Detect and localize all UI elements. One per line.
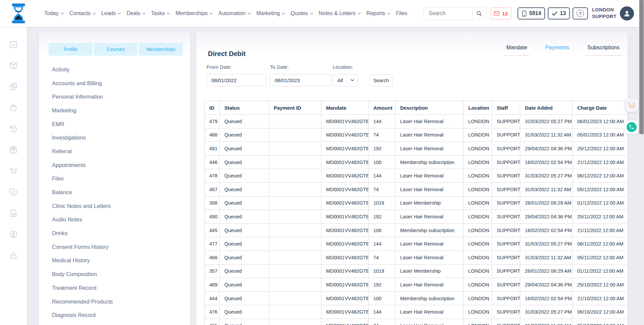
mail-badge[interactable]: 13 (490, 7, 512, 19)
lock-icon[interactable] (9, 251, 18, 260)
table-row[interactable]: 479QueuedMD0001VV482GTE144Laser Hair Rem… (205, 115, 628, 128)
location-select[interactable]: All (333, 74, 358, 86)
nav-files[interactable]: Files (396, 10, 407, 16)
scrollbar-thumb[interactable] (639, 0, 644, 134)
nav-marketing[interactable]: Marketing (256, 10, 285, 16)
bag-icon[interactable] (9, 103, 18, 112)
cell-staff: SUPPORT (492, 223, 520, 237)
nav-deals[interactable]: Deals (126, 10, 146, 16)
search-icon[interactable] (472, 7, 486, 20)
table-row[interactable]: 491QueuedMD0001VV482GTE192Laser Hair Rem… (205, 142, 628, 156)
table-row[interactable]: 358QueuedMD0001VV482GTE1019Laser Members… (205, 196, 628, 210)
panel-item-body-composition[interactable]: Body Composition (39, 267, 190, 281)
cell-date-added: 26/01/2022 08:29 AM (520, 264, 573, 278)
app-logo-icon[interactable] (10, 3, 27, 24)
table-row[interactable]: 466QueuedMD0001VV482GTE74Laser Hair Remo… (205, 251, 628, 264)
panel-item-medical-history[interactable]: Medical History (39, 254, 190, 268)
panel-item-diagnosis-record[interactable]: Diagnosis Record (39, 308, 190, 322)
table-row[interactable]: 476QueuedMD0001VV482GTE144Laser Hair Rem… (205, 305, 628, 319)
cell-date-added: 16/02/2022 02:54 PM (520, 155, 573, 169)
panel-item-direct-debit[interactable]: Direct Debit (39, 322, 190, 325)
nav-quotes[interactable]: Quotes (290, 10, 313, 16)
avatar[interactable] (620, 6, 634, 20)
panel-item-marketing[interactable]: Marketing (39, 104, 190, 117)
panel-item-activity[interactable]: Activity (39, 63, 190, 76)
to-date-input[interactable] (270, 74, 331, 86)
price-tag-icon[interactable]: $ (9, 188, 18, 197)
panel-item-files[interactable]: Files (39, 172, 190, 186)
cell-staff: SUPPORT (492, 278, 520, 292)
panel-item-personal-information[interactable]: Personal Information (39, 90, 190, 104)
table-row[interactable]: 445QueuedMD0001VV482GTE100Membership sub… (205, 223, 628, 237)
nav-memberships[interactable]: Memberships (175, 10, 213, 16)
panel-item-investigations[interactable]: Investigations (39, 131, 190, 145)
from-date-input[interactable] (207, 74, 267, 86)
cell-date-added: 29/04/2022 04:36 PM (520, 210, 573, 224)
sms-credits-badge[interactable]: 5914 (518, 7, 545, 19)
cell-date-added: 31/03/2022 05:27 PM (520, 169, 573, 183)
calendar-icon[interactable]: 12 (9, 40, 18, 49)
nav-today[interactable]: Today (44, 10, 64, 16)
cart-button[interactable] (625, 98, 638, 112)
chevron-down-icon (210, 12, 213, 15)
table-row[interactable]: 446QueuedMD0001VV482GTE100Membership sub… (205, 155, 628, 169)
panel-item-drinks[interactable]: Drinks (39, 226, 190, 240)
cell-location: LONDON (464, 196, 492, 210)
gift-icon[interactable] (9, 146, 18, 155)
nav-leads[interactable]: Leads (101, 10, 121, 16)
client-panel-menu: ActivityAccounts and BillingPersonal Inf… (39, 63, 190, 325)
table-row[interactable]: 489QueuedMD0001VV482GTE192Laser Hair Rem… (205, 278, 628, 292)
chevron-down-icon (358, 12, 361, 15)
table-row[interactable]: 357QueuedMD0001VV482GTE1019Laser Members… (205, 264, 628, 278)
cart-icon[interactable] (9, 167, 18, 176)
panel-item-clinic-notes-and-letters[interactable]: Clinic Notes and Letters (39, 199, 190, 213)
cell-status: Queued (220, 142, 269, 156)
table-row[interactable]: 478QueuedMD0001VV482GTE144Laser Hair Rem… (205, 169, 628, 183)
account-icon[interactable] (9, 230, 18, 239)
panel-item-consent-forms-history[interactable]: Consent Forms History (39, 240, 190, 254)
tasks-badge[interactable]: 13 (548, 7, 570, 19)
table-row[interactable]: 467QueuedMD0001VV482GTE74Laser Hair Remo… (205, 182, 628, 196)
table-row[interactable]: 444QueuedMD0001VV482GTE100Membership sub… (205, 291, 628, 305)
panel-item-balance[interactable]: Balance (39, 185, 190, 199)
cell-status: Queued (220, 115, 269, 128)
table-row[interactable]: 468QueuedMD0001VV482GTE74Laser Hair Remo… (205, 128, 628, 142)
cell-location: LONDON (464, 278, 492, 292)
tab-payments[interactable]: Payments (543, 45, 572, 56)
cell-payment-id (269, 182, 321, 196)
package-icon[interactable] (9, 61, 18, 70)
panel-item-referral[interactable]: Referral (39, 145, 190, 158)
tab-subscriptions[interactable]: Subscriptions (585, 45, 622, 56)
nav-reports[interactable]: Reports (366, 10, 390, 16)
call-button[interactable] (625, 120, 638, 134)
help-button[interactable]: ? (573, 7, 588, 19)
panel-item-emr[interactable]: EMR (39, 117, 190, 131)
tab-mandate[interactable]: Mandate (504, 45, 530, 56)
panel-item-audio-notes[interactable]: Audio Notes (39, 213, 190, 227)
nav-label: Contacts (69, 10, 91, 16)
filter-search-button[interactable]: Search (369, 74, 393, 87)
nav-label: Tasks (151, 10, 165, 16)
search-input[interactable] (424, 10, 472, 16)
copy-icon[interactable] (9, 82, 18, 91)
nav-notes-letters[interactable]: Notes & Letters (319, 10, 361, 16)
table-row[interactable]: 490QueuedMD0001VV482GTE192Laser Hair Rem… (205, 210, 628, 224)
cell-staff: SUPPORT (492, 319, 520, 325)
panel-item-recommended-products[interactable]: Recommended Products (39, 295, 190, 309)
cell-charge-date: 25/11/2022 12:00 AM (573, 210, 628, 224)
cell-charge-date: 21/10/2022 12:00 AM (573, 291, 628, 305)
client-tab-memberships[interactable]: Memberships (139, 43, 183, 56)
nav-tasks[interactable]: Tasks (151, 10, 170, 16)
panel-item-appointments[interactable]: Appointments (39, 158, 190, 172)
nav-automation[interactable]: Automation (218, 10, 251, 16)
nav-contacts[interactable]: Contacts (69, 10, 96, 16)
table-row[interactable]: 465QueuedMD0001VV482GTE74Laser Hair Remo… (205, 319, 628, 325)
client-tab-courses[interactable]: Courses (94, 43, 138, 56)
client-tab-profile[interactable]: Profile (49, 43, 93, 56)
panel-item-accounts-and-billing[interactable]: Accounts and Billing (39, 76, 190, 90)
panel-item-treatment-record[interactable]: Treatment Record (39, 281, 190, 295)
table-row[interactable]: 477QueuedMD0001VV482GTE144Laser Hair Rem… (205, 237, 628, 251)
cell-staff: SUPPORT (492, 142, 520, 156)
report-icon[interactable] (9, 209, 18, 218)
history-icon[interactable] (9, 124, 18, 133)
